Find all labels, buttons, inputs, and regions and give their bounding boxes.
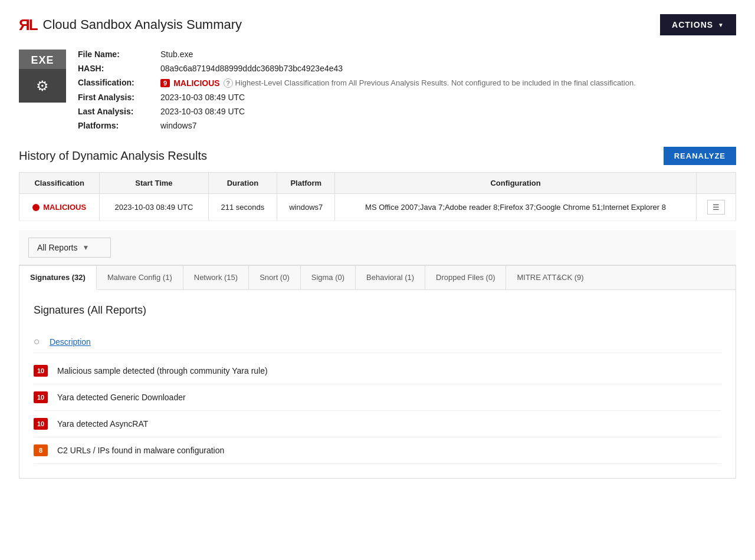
severity-badge: 10 [34,418,48,430]
filter-section: All Reports ▼ [19,230,736,265]
page-header: ЯL Cloud Sandbox Analysis Summary ACTION… [19,14,736,35]
file-icon: EXE ⚙ [19,50,66,103]
row-menu[interactable]: ☰ [696,194,736,221]
sig-description: C2 URLs / IPs found in malware configura… [57,446,224,455]
table-row: MALICIOUS 2023-10-03 08:49 UTC 211 secon… [19,194,736,221]
page-title-text: Cloud Sandbox Analysis Summary [43,17,242,32]
tabs-header: Signatures (32) Malware Config (1) Netwo… [19,266,736,290]
list-item: 10 Yara detected Generic Downloader [34,384,721,411]
tab-network[interactable]: Network (15) [183,266,249,289]
description-label[interactable]: Description [50,337,91,347]
tab-signatures[interactable]: Signatures (32) [19,266,97,290]
list-item: 8 C2 URLs / IPs found in malware configu… [34,437,721,464]
actions-button[interactable]: ACTIONS ▼ [660,14,736,35]
severity-badge: 10 [34,365,48,377]
severity-badge: 8 [34,444,48,456]
history-section-header: History of Dynamic Analysis Results REAN… [19,147,736,165]
row-classification: MALICIOUS [19,194,100,221]
row-classification-text: MALICIOUS [43,203,86,212]
col-classification: Classification [19,173,100,194]
actions-button-label: ACTIONS [672,20,713,29]
tab-content-signatures: Signatures (All Reports) ○ Description 1… [19,290,736,478]
tab-sigma[interactable]: Sigma (0) [301,266,356,289]
col-configuration: Configuration [335,173,697,194]
gear-icon: ⚙ [36,78,49,94]
file-type-label: EXE [19,50,66,69]
help-icon[interactable]: ? [224,78,233,88]
results-table: Classification Start Time Duration Platf… [19,172,736,221]
page-title: ЯL Cloud Sandbox Analysis Summary [19,16,242,34]
reanalyze-button[interactable]: REANALYZE [664,147,736,165]
tab-snort[interactable]: Snort (0) [249,266,301,289]
first-analysis-label: First Analysis: [78,93,160,102]
list-item: 10 Yara detected AsyncRAT [34,411,721,437]
platforms-value: windows7 [160,121,636,130]
tab-mitre[interactable]: MITRE ATT&CK (9) [506,266,594,289]
tab-behavioral[interactable]: Behavioral (1) [356,266,425,289]
red-dot-icon [32,204,40,211]
file-icon-bottom: ⚙ [19,69,66,103]
tab-malware-config[interactable]: Malware Config (1) [97,266,183,289]
tabs-container: Signatures (32) Malware Config (1) Netwo… [19,265,736,479]
row-configuration: MS Office 2007;Java 7;Adobe reader 8;Fir… [335,194,697,221]
rl-logo: ЯL [19,16,37,34]
first-analysis-value: 2023-10-03 08:49 UTC [160,93,636,102]
file-name-value: Stub.exe [160,50,636,59]
list-item: 10 Malicious sample detected (through co… [34,358,721,384]
classification-value: 9 MALICIOUS ? Highest-Level Classificati… [160,78,636,88]
reports-filter-dropdown[interactable]: All Reports ▼ [28,238,111,258]
file-info-section: EXE ⚙ File Name: Stub.exe HASH: 08a9c6a8… [19,50,736,130]
hash-label: HASH: [78,64,160,73]
col-platform: Platform [277,173,335,194]
chevron-down-icon: ▼ [82,243,89,252]
severity-badge: 10 [34,391,48,403]
classification-note: Highest-Level Classification from All Pr… [235,78,636,87]
sig-description: Malicious sample detected (through commu… [57,366,268,375]
row-platform: windows7 [277,194,335,221]
last-analysis-label: Last Analysis: [78,107,160,116]
sig-description: Yara detected Generic Downloader [57,393,186,402]
history-title: History of Dynamic Analysis Results [19,149,207,163]
signatures-content-title: Signatures (All Reports) [34,304,721,317]
hash-value: 08a9c6a87194d88999dddc3689b73bc4923e4e43 [160,64,636,73]
file-details: File Name: Stub.exe HASH: 08a9c6a87194d8… [78,50,636,130]
circle-icon: ○ [34,335,40,348]
row-menu-button[interactable]: ☰ [707,200,725,215]
col-start-time: Start Time [100,173,208,194]
tab-dropped-files[interactable]: Dropped Files (0) [425,266,506,289]
platforms-label: Platforms: [78,121,160,130]
malicious-badge: 9 MALICIOUS ? [160,78,233,88]
classification-label: Classification: [78,78,160,88]
row-duration: 211 seconds [208,194,277,221]
signatures-table-header: ○ Description [34,331,721,353]
sig-description: Yara detected AsyncRAT [57,419,148,429]
last-analysis-value: 2023-10-03 08:49 UTC [160,107,636,116]
malicious-text: MALICIOUS [173,78,220,88]
malicious-number: 9 [160,79,170,87]
file-name-label: File Name: [78,50,160,59]
col-actions [696,173,736,194]
chevron-down-icon: ▼ [718,22,724,28]
row-start-time: 2023-10-03 08:49 UTC [100,194,208,221]
filter-label: All Reports [37,243,77,252]
col-duration: Duration [208,173,277,194]
